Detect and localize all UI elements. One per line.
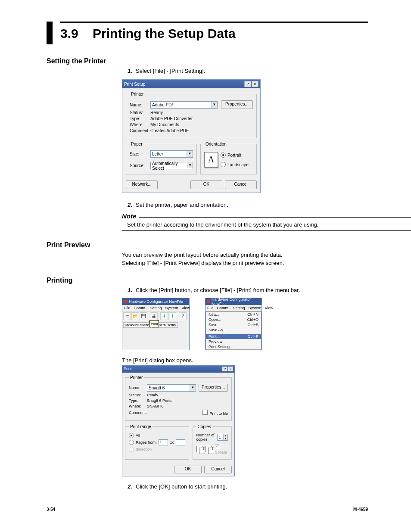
num-copies-label: Number of copies: bbox=[196, 433, 218, 442]
subheading-setting-the-printer: Setting the Printer bbox=[47, 57, 368, 65]
dialog-title: Print bbox=[124, 367, 132, 372]
num-copies-input[interactable]: 1 ▲▼ bbox=[217, 434, 228, 441]
page-number: 3-54 bbox=[47, 507, 55, 512]
caption: The [Print] dialog box opens. bbox=[122, 357, 368, 364]
new-icon[interactable]: ▭ bbox=[123, 312, 131, 320]
receive-icon[interactable]: ⬆ bbox=[168, 312, 176, 320]
dropdown-arrow-icon[interactable]: ▼ bbox=[187, 151, 193, 157]
name-label: Name: bbox=[129, 386, 147, 390]
to-input[interactable] bbox=[176, 439, 185, 445]
close-button[interactable]: × bbox=[228, 367, 233, 371]
app-titlebar: Hardware Configurator NewFile bbox=[122, 298, 189, 305]
cancel-button[interactable]: Cancel bbox=[204, 466, 232, 473]
paper-size-value: Letter bbox=[152, 152, 163, 156]
comment-label: Comment: bbox=[130, 128, 150, 133]
doc-id: M-4659 bbox=[353, 507, 368, 512]
pages-label: Pages bbox=[136, 440, 147, 445]
menu-system[interactable]: System bbox=[249, 306, 262, 310]
help-icon[interactable]: ? bbox=[179, 312, 187, 320]
dropdown-arrow-icon[interactable]: ▼ bbox=[190, 385, 196, 391]
menu-item-open[interactable]: Open...Ctrl+O bbox=[206, 317, 261, 322]
menu-item-save-as[interactable]: Save As... bbox=[206, 327, 261, 333]
radio-icon bbox=[221, 152, 226, 158]
note-body: Set the printer according to the environ… bbox=[122, 220, 411, 231]
all-radio[interactable]: All bbox=[129, 433, 185, 438]
portrait-label: Portrait bbox=[227, 153, 241, 158]
section-heading: 3.9 Printing the Setup Data bbox=[47, 22, 368, 44]
send-icon[interactable]: ⬇ bbox=[160, 312, 168, 320]
app-icon bbox=[207, 300, 210, 303]
menu-file[interactable]: File bbox=[207, 306, 214, 310]
print-setup-dialog: Print Setup ? × Printer Name: Adobe PDF … bbox=[122, 79, 261, 193]
menubar[interactable]: File Comm. Setting System View bbox=[206, 305, 262, 311]
menu-item-print-setting[interactable]: Print Setting... bbox=[206, 344, 261, 349]
dropdown-arrow-icon[interactable]: ▼ bbox=[211, 102, 217, 108]
toolbar: ▭ 📂 💾 🖨 Print ⬇ ⬆ ? bbox=[122, 311, 189, 321]
pages-radio[interactable]: Pages from: 1 to: bbox=[129, 439, 185, 445]
landscape-radio[interactable]: Landscape bbox=[221, 162, 249, 167]
step-number: 2. bbox=[122, 483, 132, 490]
menu-system[interactable]: System bbox=[165, 306, 178, 310]
menu-item-new[interactable]: New...Ctrl+N bbox=[206, 312, 261, 317]
dropdown-arrow-icon[interactable]: ▼ bbox=[187, 163, 193, 168]
subheading-print-preview: Print Preview bbox=[47, 241, 368, 249]
checkbox-icon bbox=[215, 444, 220, 449]
spin-up-icon[interactable]: ▲ bbox=[223, 434, 227, 437]
menu-item-save[interactable]: SaveCtrl+S bbox=[206, 322, 261, 327]
printer-group: Printer Name: SnagIt 6 ▼ Properties... S… bbox=[125, 375, 232, 421]
orientation-group: Orientation A Portrait Landscape bbox=[200, 142, 257, 174]
orientation-preview: A bbox=[204, 152, 218, 168]
save-icon[interactable]: 💾 bbox=[140, 312, 147, 320]
print-icon[interactable]: 🖨 Print bbox=[150, 312, 158, 320]
radio-icon bbox=[129, 447, 134, 452]
copies-group: Copies Number of copies: 1 ▲▼ 123 123 bbox=[193, 424, 232, 460]
where-label: Where: bbox=[129, 404, 147, 408]
printer-legend: Printer bbox=[129, 375, 144, 380]
paper-source-value: Automatically Select bbox=[152, 161, 187, 171]
menu-view[interactable]: View bbox=[182, 306, 190, 310]
dialog-titlebar[interactable]: Print Setup ? × bbox=[122, 80, 260, 88]
step-number: 1. bbox=[122, 287, 132, 293]
note-line bbox=[139, 217, 411, 218]
printer-legend: Printer bbox=[130, 92, 145, 96]
help-button[interactable]: ? bbox=[222, 367, 227, 371]
step-text: Set the printer, paper and orientation. bbox=[136, 202, 228, 208]
help-button[interactable]: ? bbox=[244, 81, 251, 87]
file-dropdown: New...Ctrl+N Open...Ctrl+O SaveCtrl+S Sa… bbox=[206, 311, 262, 350]
menu-setting[interactable]: Setting bbox=[233, 306, 245, 310]
open-icon[interactable]: 📂 bbox=[131, 312, 139, 320]
menubar[interactable]: File Comm. Setting System View bbox=[122, 305, 189, 311]
from-input[interactable]: 1 bbox=[159, 439, 168, 445]
ok-button[interactable]: OK bbox=[174, 466, 202, 473]
tab-measure[interactable]: Measure chann bbox=[123, 322, 151, 328]
spin-down-icon[interactable]: ▼ bbox=[223, 437, 227, 440]
printer-name-combo[interactable]: SnagIt 6 ▼ bbox=[147, 384, 196, 392]
print-range-group: Print range All Pages from: 1 to: Select… bbox=[125, 424, 189, 460]
name-label: Name: bbox=[130, 103, 150, 107]
cancel-button[interactable]: Cancel bbox=[225, 180, 257, 189]
printer-name-combo[interactable]: Adobe PDF ▼ bbox=[150, 101, 218, 109]
paper-source-combo[interactable]: Automatically Select ▼ bbox=[150, 162, 193, 169]
properties-button[interactable]: Properties... bbox=[199, 384, 228, 392]
close-button[interactable]: × bbox=[252, 81, 258, 87]
paper-size-combo[interactable]: Letter ▼ bbox=[150, 150, 193, 158]
menu-comm[interactable]: Comm. bbox=[217, 306, 230, 310]
portrait-radio[interactable]: Portrait bbox=[221, 152, 249, 158]
radio-icon bbox=[129, 433, 134, 438]
menu-file[interactable]: File bbox=[124, 306, 131, 310]
ok-button[interactable]: OK bbox=[190, 180, 222, 189]
app-window-toolbar-screenshot: Hardware Configurator NewFile File Comm.… bbox=[122, 298, 190, 350]
menu-item-preview[interactable]: Preview bbox=[206, 339, 261, 344]
menu-view[interactable]: View bbox=[265, 306, 273, 310]
menu-item-print[interactable]: Print...Ctrl+P bbox=[206, 334, 261, 339]
network-button[interactable]: Network... bbox=[126, 180, 158, 189]
dialog-title: Print Setup bbox=[124, 82, 145, 87]
type-label: Type: bbox=[130, 116, 150, 121]
menu-setting[interactable]: Setting bbox=[150, 306, 162, 310]
dialog-titlebar[interactable]: Print ? × bbox=[122, 366, 234, 373]
properties-button[interactable]: Properties... bbox=[221, 100, 253, 109]
orientation-legend: Orientation bbox=[204, 142, 228, 146]
print-to-file-check[interactable]: Print to file bbox=[202, 410, 228, 416]
landscape-label: Landscape bbox=[227, 162, 249, 167]
menu-comm[interactable]: Comm. bbox=[134, 306, 146, 310]
